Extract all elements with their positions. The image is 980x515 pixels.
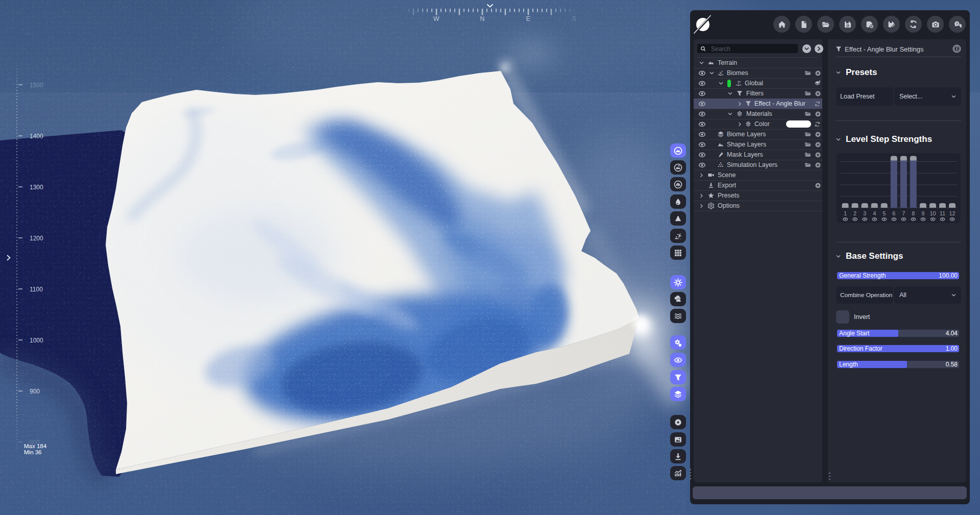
svg-text:3: 3 (863, 210, 866, 216)
svg-text:10: 10 (929, 210, 936, 216)
svg-text:8: 8 (912, 210, 915, 216)
svg-text:1: 1 (844, 210, 847, 216)
svg-text:5: 5 (883, 210, 886, 216)
svg-text:?: ? (955, 21, 958, 26)
svg-text:9: 9 (921, 210, 924, 216)
svg-text:6: 6 (892, 210, 895, 216)
svg-text:11: 11 (940, 210, 945, 216)
svg-text:4: 4 (873, 210, 876, 216)
svg-text:12: 12 (949, 210, 955, 216)
svg-text:2: 2 (853, 210, 856, 216)
svg-text:7: 7 (902, 210, 905, 216)
